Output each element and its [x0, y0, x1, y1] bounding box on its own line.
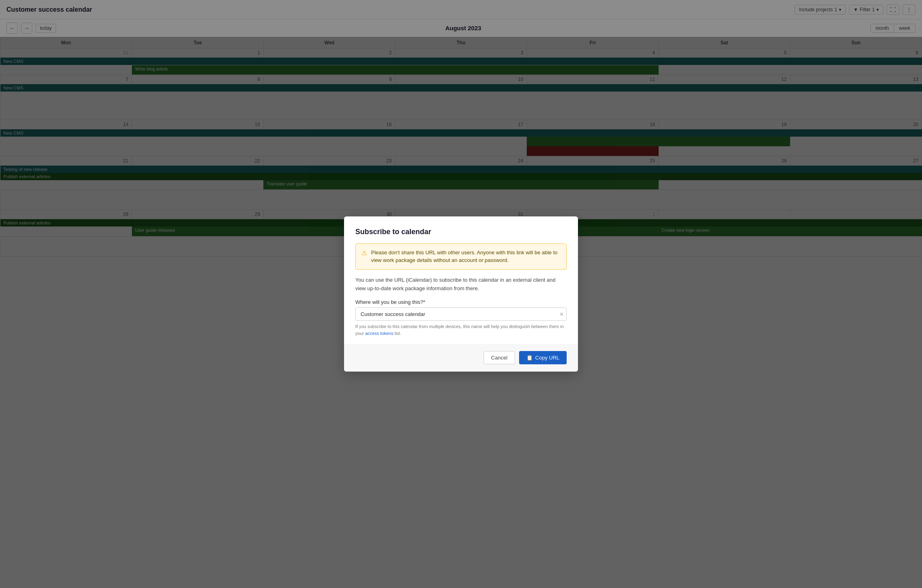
- form-input-wrap: ×: [355, 308, 567, 321]
- modal-overlay[interactable]: Subscribe to calendar ⚠ Please don't sha…: [0, 0, 922, 588]
- modal-title: Subscribe to calendar: [355, 228, 567, 236]
- modal-footer: Cancel 📋 Copy URL: [344, 344, 578, 372]
- warning-box: ⚠ Please don't share this URL with other…: [355, 243, 567, 270]
- form-hint: If you subscribe to this calendar from m…: [355, 323, 567, 337]
- form-label: Where will you be using this?*: [355, 299, 567, 305]
- warning-icon: ⚠: [361, 249, 367, 264]
- access-tokens-link[interactable]: access tokens: [365, 331, 393, 336]
- calendar-name-input[interactable]: [355, 308, 567, 321]
- warning-text: Please don't share this URL with other u…: [371, 249, 561, 264]
- copy-url-button[interactable]: 📋 Copy URL: [519, 351, 567, 364]
- cancel-button[interactable]: Cancel: [484, 351, 515, 364]
- subscribe-modal: Subscribe to calendar ⚠ Please don't sha…: [344, 216, 578, 372]
- hint-text2: list.: [393, 331, 401, 336]
- copy-url-label: Copy URL: [535, 355, 559, 361]
- clear-input-button[interactable]: ×: [560, 311, 563, 318]
- modal-body: Subscribe to calendar ⚠ Please don't sha…: [344, 216, 578, 337]
- copy-icon: 📋: [526, 355, 533, 361]
- modal-description: You can use the URL (iCalendar) to subsc…: [355, 276, 567, 293]
